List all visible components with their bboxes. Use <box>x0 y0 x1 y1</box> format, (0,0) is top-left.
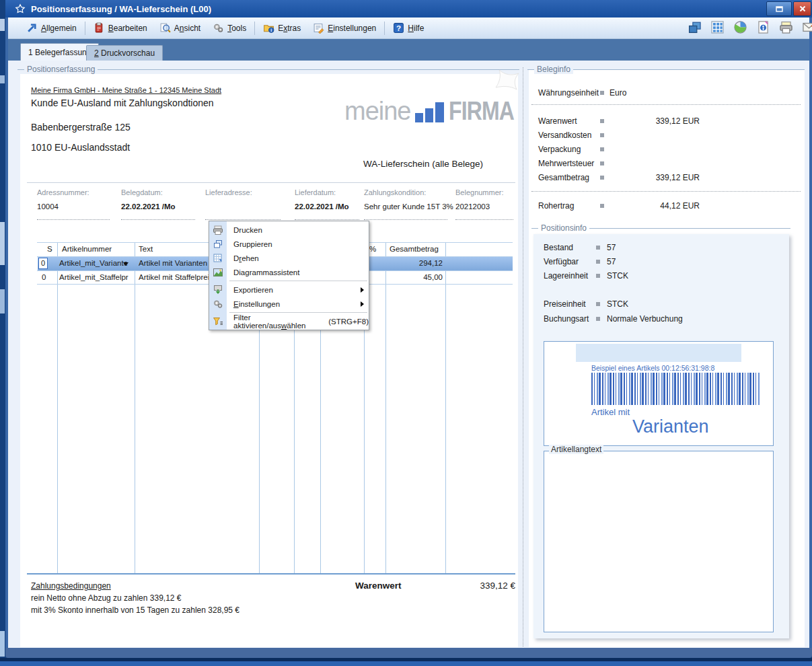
row-value: 339,12 EUR <box>610 173 700 182</box>
field-label: Zahlungskondition: <box>364 188 453 196</box>
col-header-artikelnummer[interactable]: Artikelnummer <box>62 245 112 253</box>
field-zahlungskondition[interactable]: Zahlungskondition: Sehr guter Kunde 15T … <box>364 188 453 211</box>
menu-label: Extras <box>278 24 301 33</box>
context-item-label: Einstellungen <box>233 300 280 308</box>
image-highlight-strip <box>576 344 741 362</box>
bullet-icon <box>596 246 600 250</box>
field-label: Lieferadresse: <box>205 188 252 196</box>
col-header-text[interactable]: Text <box>139 245 153 253</box>
tab-label: 1 Belegerfassung <box>28 48 91 57</box>
cell-artikelnummer[interactable]: Artikel_mit_Variante <box>59 259 128 267</box>
toolbar-right <box>688 20 812 37</box>
tab-druckvorschau[interactable]: 2 Druckvorschau <box>86 45 163 61</box>
panel-splitter[interactable] <box>523 67 523 646</box>
cascade-windows-icon[interactable] <box>688 20 702 37</box>
beleginfo-row: Versandkosten <box>538 131 700 141</box>
col-header-s[interactable]: S <box>47 245 52 253</box>
field-underline <box>37 219 110 220</box>
field-value[interactable]: Sehr guter Kunde 15T 3% <box>364 202 453 211</box>
beleginfo-row: Rohertrag 44,12 EUR <box>538 201 700 212</box>
divider <box>531 191 801 192</box>
menu-bearbeiten[interactable]: Bearbeiten <box>87 20 153 36</box>
context-item-drehen[interactable]: Drehen <box>209 251 369 265</box>
logo-word-firma: FIRMA <box>449 100 514 122</box>
menu-einstellungen[interactable]: Einstellungen <box>307 20 382 36</box>
field-adressnummer[interactable]: Adressnummer: 10004 <box>37 188 89 211</box>
field-value[interactable]: 10004 <box>37 202 89 211</box>
context-item-filter[interactable]: Filter aktivieren/auswählen (STRG+F8) <box>209 314 369 328</box>
bullet-icon <box>596 260 600 264</box>
field-belegdatum[interactable]: Belegdatum: 22.02.2021 /Mo <box>121 188 176 211</box>
menubar-separator <box>85 22 85 35</box>
artikellangtext-textarea[interactable] <box>544 451 774 632</box>
context-item-drucken[interactable]: Drucken <box>209 223 369 237</box>
context-menu: Drucken Gruppieren Drehen Diagrammassist… <box>209 221 369 330</box>
field-underline <box>205 219 281 220</box>
table-grid-icon[interactable] <box>710 20 725 37</box>
menu-label: Bearbeiten <box>108 24 147 33</box>
restore-icon <box>774 3 784 14</box>
beleginfo-row: Warenwert 339,12 EUR <box>538 116 700 127</box>
row-label: Währungseinheit <box>538 88 599 98</box>
context-item-label: Drucken <box>233 226 262 234</box>
form-pencil-icon <box>313 22 324 34</box>
group-label-artikellangtext: Artikellangtext <box>549 445 603 454</box>
context-item-diagrammassistent[interactable]: Diagrammassistent <box>209 265 369 279</box>
cell-artikelnummer[interactable]: Artikel_mit_Staffelpr <box>59 273 128 281</box>
titlebar: Positionserfassung / WA-Lieferschein (L0… <box>5 0 812 17</box>
restore-button[interactable] <box>766 1 792 16</box>
field-value[interactable]: 22.02.2021 /Mo <box>295 202 349 211</box>
row-label: Rohertrag <box>538 201 574 211</box>
menu-hilfe[interactable]: ? Hilfe <box>387 20 430 36</box>
row-value: STCK <box>607 271 628 281</box>
context-item-label: Gruppieren <box>233 240 272 248</box>
menu-extras[interactable]: Extras <box>257 20 307 36</box>
fields-top-line <box>27 182 515 183</box>
menu-allgemein[interactable]: Allgemein <box>20 20 83 36</box>
context-item-einstellungen[interactable]: Einstellungen <box>209 297 369 311</box>
printer-icon[interactable] <box>779 20 793 37</box>
background-fragment <box>0 75 5 83</box>
close-button[interactable] <box>793 1 811 16</box>
document-title: WA-Lieferschein (alle Belege) <box>363 159 483 169</box>
field-belegnummer[interactable]: Belegnummer: 20212003 <box>455 188 504 211</box>
context-item-exportieren[interactable]: Exportieren <box>209 283 369 297</box>
logo-bars-icon <box>415 100 447 122</box>
context-item-gruppieren[interactable]: Gruppieren <box>209 237 369 251</box>
dropdown-caret-icon[interactable] <box>123 262 128 266</box>
context-menu-separator <box>229 281 367 281</box>
menu-ansicht[interactable]: Ansicht <box>153 20 207 36</box>
field-value[interactable]: 20212003 <box>455 202 504 211</box>
cell-gesamtbetrag[interactable]: 294,12 <box>390 259 443 267</box>
mail-icon[interactable] <box>802 20 812 37</box>
context-item-shortcut: (STRG+F8) <box>328 318 369 326</box>
favorite-star-icon[interactable] <box>15 3 26 14</box>
info-document-icon[interactable] <box>756 20 770 37</box>
background-fragment <box>0 19 5 31</box>
menu-label: Ansicht <box>174 24 200 33</box>
col-header-prozent[interactable]: % <box>369 245 376 253</box>
group-windows-icon <box>213 239 223 250</box>
field-lieferdatum[interactable]: Lieferdatum: 22.02.2021 /Mo <box>295 188 349 211</box>
menubar-separator <box>254 22 255 35</box>
menu-label: Einstellungen <box>328 24 376 33</box>
pie-chart-icon[interactable] <box>733 20 747 37</box>
cell-s[interactable]: 0 <box>42 273 46 281</box>
table-bottom-line <box>27 573 515 575</box>
divider <box>531 104 801 105</box>
field-value[interactable]: 22.02.2021 /Mo <box>121 202 176 211</box>
row-label: Preiseinheit <box>544 299 586 309</box>
cell-gesamtbetrag[interactable]: 45,00 <box>390 273 443 281</box>
cell-s[interactable]: 0 <box>38 258 48 269</box>
menu-tools[interactable]: Tools <box>207 20 252 36</box>
close-icon <box>798 4 807 13</box>
page-curl-decoration <box>493 69 521 93</box>
article-image[interactable]: Beispiel eines Artikels 00:12:56:31:98:8… <box>544 341 774 446</box>
field-label: Adressnummer: <box>37 188 89 196</box>
row-label: Verfügbar <box>544 257 579 266</box>
field-underline <box>121 219 195 220</box>
field-lieferadresse[interactable]: Lieferadresse: <box>205 188 252 202</box>
gears-icon <box>213 299 223 309</box>
sender-line: Meine Firma GmbH - Meine Straße 1 - 1234… <box>31 86 221 94</box>
col-header-gesamtbetrag[interactable]: Gesamtbetrag <box>390 245 439 253</box>
